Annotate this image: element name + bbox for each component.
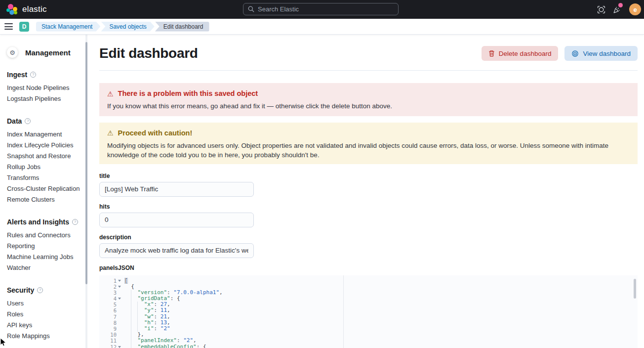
line-number: 4	[99, 296, 122, 302]
cloud-deployment-icon[interactable]	[597, 5, 605, 14]
search-placeholder: Search Elastic	[258, 5, 299, 13]
sidebar-item[interactable]: Transforms	[7, 173, 79, 183]
sidebar-item[interactable]: Cross-Cluster Replication	[7, 183, 79, 194]
fold-arrow-icon[interactable]	[117, 284, 122, 290]
editor-scrollbar[interactable]	[634, 279, 636, 299]
sidebar-item[interactable]: Rules and Connectors	[7, 230, 79, 241]
help-icon: ?	[37, 287, 43, 293]
sidebar-section-heading: Ingest?	[7, 70, 79, 80]
brand-name: elastic	[22, 4, 47, 14]
notification-dot	[618, 3, 623, 7]
warning-callout-body: Modifying objects is for advanced users …	[107, 141, 630, 160]
newsfeed-icon[interactable]	[612, 5, 621, 14]
line-number: 9	[99, 326, 122, 332]
app-badge[interactable]: D	[19, 22, 29, 32]
delete-dashboard-button[interactable]: Delete dashboard	[482, 46, 559, 61]
help-icon: ?	[72, 219, 78, 225]
sidebar-item[interactable]: Ingest Node Pipelines	[7, 83, 79, 93]
breadcrumb-2: Edit dashboard	[155, 22, 209, 32]
sidebar-nav: Ingest?Ingest Node PipelinesLogstash Pip…	[7, 70, 79, 342]
field-input-hits[interactable]	[99, 213, 254, 227]
page-title: Edit dashboard	[99, 45, 198, 61]
elastic-logo-icon	[6, 4, 18, 15]
gear-icon: ⚙	[7, 47, 18, 58]
line-number: 2	[99, 284, 122, 290]
line-number: 12	[99, 344, 122, 348]
sidebar-item[interactable]: Rollup Jobs	[7, 162, 79, 173]
fold-arrow-icon[interactable]	[117, 278, 122, 284]
breadcrumb-bar: D Stack ManagementSaved objectsEdit dash…	[0, 19, 644, 35]
fold-arrow-icon[interactable]	[117, 344, 122, 348]
fold-arrow-icon[interactable]	[117, 296, 122, 302]
sidebar-item[interactable]: Role Mappings	[7, 331, 79, 342]
error-callout: ⚠ There is a problem with this saved obj…	[99, 83, 638, 116]
search-icon	[248, 6, 254, 12]
delete-dashboard-label: Delete dashboard	[499, 50, 552, 57]
sidebar-title: Management	[25, 48, 71, 57]
sidebar-scrollbar[interactable]	[85, 42, 87, 284]
field-input-description[interactable]	[99, 243, 254, 258]
warning-callout-title: Proceed with caution!	[118, 129, 193, 137]
line-number: 8	[99, 320, 122, 326]
error-callout-body: If you know what this error means, go ah…	[107, 101, 630, 111]
warning-callout: ⚠ Proceed with caution! Modifying object…	[99, 123, 638, 164]
mouse-cursor	[0, 338, 6, 347]
breadcrumb-0[interactable]: Stack Management	[36, 22, 100, 32]
line-number: 5	[99, 302, 122, 307]
sidebar-item[interactable]: Roles	[7, 309, 79, 320]
section-heading-label: Security	[7, 285, 34, 295]
sidebar-item[interactable]: API keys	[7, 320, 79, 331]
field-label-hits: hits	[99, 203, 638, 210]
line-number: 7	[99, 314, 122, 320]
management-sidebar: ⚙ Management Ingest?Ingest Node Pipeline…	[0, 35, 88, 348]
line-number: 1	[99, 278, 122, 284]
warning-icon: ⚠	[107, 130, 114, 136]
header-divider	[99, 70, 638, 71]
sidebar-item[interactable]: Logstash Pipelines	[7, 93, 79, 104]
field-input-title[interactable]	[99, 182, 254, 197]
view-dashboard-button[interactable]: View dashboard	[564, 46, 638, 61]
form-fields: titlehitsdescription	[99, 173, 638, 258]
sidebar-item[interactable]: Snapshot and Restore	[7, 151, 79, 162]
breadcrumbs: Stack ManagementSaved objectsEdit dashbo…	[36, 22, 210, 32]
help-icon: ?	[25, 118, 31, 124]
breadcrumb-1[interactable]: Saved objects	[101, 22, 154, 32]
error-callout-title: There is a problem with this saved objec…	[118, 89, 258, 98]
sidebar-section-heading: Data?	[7, 116, 79, 126]
sidebar-item[interactable]: Users	[7, 298, 79, 309]
panels-json-editor[interactable]: 1[2{3"version": "7.0.0-alpha1",4"gridDat…	[99, 275, 638, 348]
sidebar-section-heading: Security?	[7, 285, 79, 295]
line-number: 11	[99, 338, 122, 344]
section-heading-label: Data	[7, 116, 22, 126]
line-number: 6	[99, 307, 122, 313]
sidebar-section-heading: Alerts and Insights?	[7, 217, 79, 227]
top-bar: elastic Search Elastic	[0, 0, 644, 19]
code-lines: 1[2{3"version": "7.0.0-alpha1",4"gridDat…	[99, 278, 638, 348]
field-label-description: description	[99, 234, 638, 241]
section-heading-label: Alerts and Insights	[7, 217, 69, 227]
warning-icon: ⚠	[107, 90, 114, 97]
main-content: Edit dashboard Delete dashboard	[88, 35, 644, 348]
line-number: 10	[99, 332, 122, 338]
eye-icon	[571, 50, 579, 57]
field-label-panelsJSON: panelsJSON	[99, 264, 638, 271]
field-label-title: title	[99, 173, 638, 179]
sidebar-item[interactable]: Remote Clusters	[7, 194, 79, 205]
section-heading-label: Ingest	[7, 70, 27, 80]
menu-hamburger-icon[interactable]	[4, 23, 13, 30]
global-search-input[interactable]: Search Elastic	[243, 3, 399, 15]
user-avatar[interactable]: e	[629, 3, 641, 15]
help-icon: ?	[30, 72, 36, 78]
sidebar-title-row[interactable]: ⚙ Management	[7, 47, 79, 58]
sidebar-item[interactable]: Index Management	[7, 129, 79, 140]
elastic-brand[interactable]: elastic	[0, 4, 47, 15]
sidebar-item[interactable]: Watcher	[7, 262, 79, 273]
trash-icon	[488, 50, 495, 57]
sidebar-item[interactable]: Reporting	[7, 241, 79, 252]
line-number: 3	[99, 290, 122, 296]
sidebar-item[interactable]: Index Lifecycle Policies	[7, 140, 79, 151]
sidebar-item[interactable]: Machine Learning Jobs	[7, 252, 79, 262]
view-dashboard-label: View dashboard	[583, 50, 631, 57]
